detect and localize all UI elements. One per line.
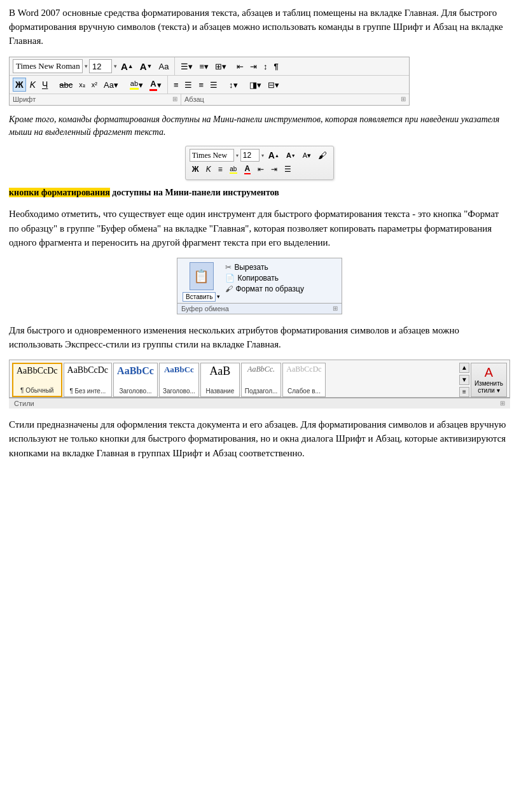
intro-paragraph: В Word 2007 основные средства форматиров… (9, 6, 510, 48)
font-section-expand[interactable]: ⊞ (172, 95, 177, 103)
format-painter-label: Формат по образцу (235, 284, 304, 293)
styles-section: AaBbCcDc ¶ Обычный AaBbCcDc ¶ Без инте..… (9, 360, 510, 409)
font-color-button[interactable]: A ▾ (147, 78, 164, 92)
style-preview-normal: AaBbCcDc (17, 366, 58, 375)
style-item-no-spacing[interactable]: AaBbCcDc ¶ Без инте... (64, 363, 113, 397)
mini-list-button[interactable]: ☰ (282, 163, 294, 176)
show-hide-button[interactable]: ¶ (272, 59, 281, 73)
cut-icon: ✂ (225, 263, 232, 272)
style-item-subtitle[interactable]: AaBbCc. Подзагол... (241, 363, 281, 397)
clipboard-expand-icon[interactable]: ⊞ (333, 305, 338, 312)
mini-align-button[interactable]: ≡ (216, 163, 225, 176)
change-case-button[interactable]: Aa▾ (101, 78, 121, 92)
font-name-dropdown[interactable]: ▾ (85, 63, 88, 69)
scroll-down-button[interactable]: ▼ (459, 375, 469, 385)
font-size-input[interactable] (89, 59, 112, 73)
mini-shrink-font-button[interactable]: A▼ (284, 149, 298, 162)
shrink-font-button[interactable]: A▼ (137, 59, 155, 73)
mini-toolbar-container: ▾ ▾ A▲ A▼ A▾ 🖌 Ж K ≡ ab A (9, 146, 510, 180)
highlight-caption: кнопки форматирования доступны на Мини-п… (9, 186, 510, 199)
styles-scroll-buttons: ▲ ▼ ≡ (459, 363, 469, 397)
highlight-button[interactable]: ab ▾ (127, 78, 146, 92)
multilevel-button[interactable]: ⊞▾ (212, 59, 229, 73)
align-center-button[interactable]: ☰ (182, 78, 195, 92)
caption-rest-text: доступны на Мини-панели инструментов (110, 188, 279, 197)
change-styles-button[interactable]: A Изменитьстили ▾ (471, 363, 507, 397)
line-spacing-button[interactable]: ↕▾ (226, 78, 240, 92)
bold-button[interactable]: Ж (13, 78, 26, 92)
ribbon-toolbar-large: ▾ ▾ A▲ A▼ Aa ☰▾ ≡▾ ⊞▾ ⇤ (9, 57, 410, 106)
style-preview-no-spacing: AaBbCcDc (67, 365, 109, 375)
align-left-button[interactable]: ≡ (171, 78, 181, 92)
decrease-indent-button[interactable]: ⇤ (234, 59, 246, 73)
highlighted-text: кнопки форматирования (9, 188, 110, 197)
clipboard-items: ✂ Вырезать 📄 Копировать 🖌 Формат по обра… (224, 262, 305, 294)
para-section-expand[interactable]: ⊞ (401, 95, 406, 103)
clipboard-panel: 📋 Вставить ▾ ✂ Вырезать 📄 Копировать 🖌 (177, 258, 342, 314)
mini-increase-indent-button[interactable]: ⇥ (268, 163, 280, 176)
format-painter-icon: 🖌 (225, 284, 233, 293)
style-label-no-spacing: ¶ Без инте... (69, 388, 106, 395)
change-styles-icon: A (485, 365, 493, 380)
paste-label[interactable]: Вставить (183, 292, 216, 302)
styles-section-label: Стили (14, 400, 34, 407)
style-preview-title: АаВ (209, 365, 230, 378)
superscript-button[interactable]: x² (89, 78, 100, 92)
mini-bold-button[interactable]: Ж (190, 163, 202, 176)
style-item-heading2[interactable]: AaBbCc Заголово... (159, 363, 199, 397)
borders-button[interactable]: ⊟▾ (265, 78, 282, 92)
sort-button[interactable]: ↕ (261, 59, 270, 73)
bullets-button[interactable]: ☰▾ (178, 59, 195, 73)
paste-icon[interactable]: 📋 (190, 262, 214, 290)
clipboard-panel-container: 📋 Вставить ▾ ✂ Вырезать 📄 Копировать 🖌 (9, 258, 510, 314)
font-section-label: Шрифт (13, 95, 36, 103)
style-item-heading1[interactable]: AaBbCc Заголово... (113, 363, 158, 397)
subscript-button[interactable]: x₂ (76, 78, 88, 92)
style-label-subtle: Слабое в... (287, 388, 321, 395)
style-label-heading2: Заголово... (163, 388, 195, 395)
justify-button[interactable]: ☰ (207, 78, 220, 92)
cut-item[interactable]: ✂ Вырезать (224, 262, 305, 272)
mini-font-dropdown[interactable]: ▾ (236, 153, 239, 158)
font-size-dropdown[interactable]: ▾ (114, 63, 117, 69)
mini-size-dropdown[interactable]: ▾ (261, 153, 264, 158)
scroll-up-button[interactable]: ▲ (459, 363, 469, 373)
style-label-title: Название (206, 388, 235, 395)
mini-grow-font-button[interactable]: A▲ (266, 149, 282, 162)
grow-font-button[interactable]: A▲ (118, 59, 136, 73)
style-preview-subtle: AaBbCcDc (286, 365, 321, 374)
italic-button[interactable]: K (27, 78, 38, 92)
paste-dropdown[interactable]: ▾ (217, 293, 220, 300)
underline-button[interactable]: Ч (39, 78, 50, 92)
numbering-button[interactable]: ≡▾ (197, 59, 211, 73)
style-label-heading1: Заголово... (119, 388, 151, 395)
style-preview-heading1: AaBbCc (117, 365, 154, 377)
strikethrough-button[interactable]: abc (57, 78, 75, 92)
mini-italic-button[interactable]: K (204, 163, 214, 176)
para-section-label: Абзац (184, 95, 204, 103)
format-painter-item[interactable]: 🖌 Формат по образцу (224, 284, 305, 294)
mini-highlight-button[interactable]: A▾ (300, 149, 314, 162)
change-styles-label: Изменитьстили ▾ (474, 380, 503, 394)
shading-button[interactable]: ◨▾ (247, 78, 264, 92)
clear-format-button[interactable]: Aa (156, 59, 172, 73)
copy-label: Копировать (237, 274, 279, 283)
scroll-more-button[interactable]: ≡ (459, 387, 469, 397)
caption-italic-text: Кроме того, команды форматирования досту… (9, 113, 510, 138)
style-item-title[interactable]: АаВ Название (200, 363, 240, 397)
font-name-input[interactable] (13, 59, 83, 73)
clipboard-section-label: Буфер обмена (181, 305, 229, 312)
mini-format-painter-button[interactable]: 🖌 (315, 149, 329, 162)
mini-font-size-input[interactable] (240, 149, 260, 162)
align-right-button[interactable]: ≡ (196, 78, 206, 92)
mini-font-name-input[interactable] (190, 149, 234, 162)
style-item-subtle[interactable]: AaBbCcDc Слабое в... (282, 363, 325, 397)
styles-expand-icon[interactable]: ⊞ (500, 400, 505, 407)
mini-font-color-button[interactable]: A (242, 163, 253, 176)
increase-indent-button[interactable]: ⇥ (247, 59, 260, 73)
paste-icon-area: 📋 Вставить ▾ (183, 262, 220, 302)
mini-highlight2-button[interactable]: ab (227, 163, 240, 176)
copy-item[interactable]: 📄 Копировать (224, 273, 305, 283)
style-item-normal[interactable]: AaBbCcDc ¶ Обычный (12, 363, 62, 397)
mini-decrease-indent-button[interactable]: ⇤ (255, 163, 266, 176)
